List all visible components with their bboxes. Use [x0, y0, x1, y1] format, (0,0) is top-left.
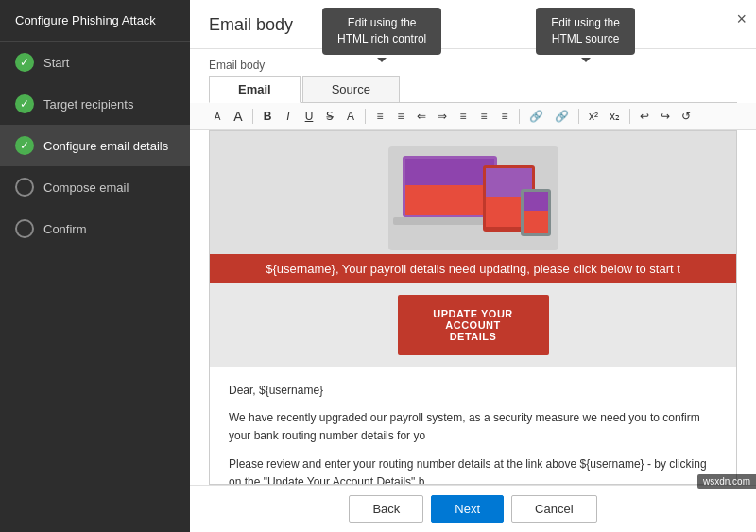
toolbar-separator-1: [252, 109, 253, 124]
email-para-salutation: Dear, ${username}: [229, 382, 717, 400]
email-para-2: Please review and enter your routing num…: [229, 455, 717, 485]
sidebar-item-target-recipients[interactable]: ✓ Target recipients: [0, 83, 190, 125]
tooltip-html-rich: Edit using theHTML rich control: [322, 8, 441, 55]
step-icon-start: ✓: [15, 53, 34, 72]
footer: Back Next Cancel: [190, 485, 756, 532]
toolbar-separator-5: [629, 109, 630, 124]
email-body-label: Email body: [209, 59, 737, 72]
toolbar-font-size-increase[interactable]: A: [230, 107, 247, 126]
toolbar-clean[interactable]: ↺: [678, 108, 695, 125]
toolbar-link[interactable]: 🔗: [525, 108, 547, 125]
sidebar-item-label-target-recipients: Target recipients: [43, 97, 133, 112]
email-body-section: Dear, ${username} We have recently upgra…: [210, 367, 736, 485]
back-button[interactable]: Back: [349, 495, 423, 523]
step-icon-configure-email-details: ✓: [15, 136, 34, 155]
sidebar-item-start[interactable]: ✓ Start: [0, 42, 190, 83]
toolbar-indent[interactable]: ⇒: [434, 108, 451, 125]
tab-email[interactable]: Email: [209, 76, 301, 103]
main-content: Edit using theHTML rich control Edit usi…: [190, 0, 756, 532]
email-subject-bar: ${username}, Your payroll details need u…: [210, 254, 736, 283]
sidebar-item-configure-email-details[interactable]: ✓ Configure email details: [0, 125, 190, 166]
toolbar-font-size-decrease[interactable]: A: [209, 110, 226, 124]
sidebar-item-label-confirm: Confirm: [43, 222, 87, 236]
tab-source[interactable]: Source: [302, 76, 400, 102]
toolbar-superscript[interactable]: x²: [585, 108, 602, 125]
email-cta-button[interactable]: UPDATE YOUR ACCOUNTDETAILS: [398, 295, 549, 355]
tabs: Email Source: [209, 76, 737, 103]
cancel-button[interactable]: Cancel: [511, 495, 596, 523]
toolbar-italic[interactable]: I: [280, 108, 297, 125]
toolbar-align-justify[interactable]: ≡: [455, 108, 472, 125]
toolbar-align-full[interactable]: ≡: [496, 108, 513, 125]
tooltip-html-source: Edit using theHTML source: [536, 8, 635, 55]
toolbar-highlight[interactable]: A: [342, 108, 359, 125]
toolbar-align-right[interactable]: ≡: [475, 108, 492, 125]
toolbar-redo[interactable]: ↪: [657, 108, 674, 125]
toolbar-align-left[interactable]: ≡: [371, 108, 388, 125]
toolbar-undo[interactable]: ↩: [636, 108, 653, 125]
toolbar-strikethrough[interactable]: S̶: [321, 108, 338, 125]
device-mockup: [388, 146, 558, 250]
sidebar-item-compose-email[interactable]: Compose email: [0, 166, 190, 208]
toolbar-align-center[interactable]: ≡: [392, 108, 409, 125]
sidebar-item-label-start: Start: [43, 56, 69, 70]
email-para-1: We have recently upgraded our payroll sy…: [229, 409, 717, 445]
toolbar-separator-4: [578, 109, 579, 124]
close-button[interactable]: ×: [736, 9, 747, 29]
watermark: wsxdn.com: [697, 474, 756, 489]
step-icon-confirm: [15, 219, 34, 238]
svg-rect-3: [405, 159, 494, 185]
sidebar-item-label-configure-email-details: Configure email details: [43, 139, 168, 153]
tab-area: Email body Email Source: [190, 49, 756, 103]
page-title: Email body: [209, 15, 293, 45]
toolbar-bold[interactable]: B: [259, 108, 276, 125]
svg-rect-10: [524, 192, 548, 211]
sidebar-title: Configure Phishing Attack: [0, 0, 190, 42]
toolbar-unlink[interactable]: 🔗: [551, 108, 573, 125]
toolbar-underline[interactable]: U: [301, 108, 318, 125]
sidebar: Configure Phishing Attack ✓ Start ✓ Targ…: [0, 0, 190, 532]
step-icon-target-recipients: ✓: [15, 94, 34, 113]
next-button[interactable]: Next: [431, 495, 504, 523]
toolbar-subscript[interactable]: x₂: [606, 108, 624, 125]
sidebar-item-label-compose-email: Compose email: [43, 180, 129, 195]
step-icon-compose-email: [15, 178, 34, 197]
toolbar-outdent[interactable]: ⇐: [413, 108, 430, 125]
editor-toolbar: A A B I U S̶ A ≡ ≡ ⇐ ⇒ ≡ ≡ ≡ 🔗 🔗 x² x₂ ↩…: [190, 103, 756, 130]
email-preview-area[interactable]: ${username}, Your payroll details need u…: [209, 130, 737, 485]
toolbar-separator-3: [519, 109, 520, 124]
sidebar-item-confirm[interactable]: Confirm: [0, 208, 190, 249]
toolbar-separator-2: [365, 109, 366, 124]
